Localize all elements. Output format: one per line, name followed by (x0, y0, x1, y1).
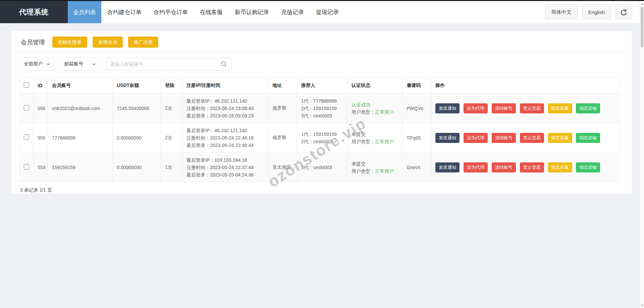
init-search-button[interactable]: 初始化搜索 (52, 37, 87, 48)
ban-trade-button[interactable]: 禁止交易 (520, 133, 544, 143)
freeze-account-button[interactable]: 冻结账号 (492, 162, 516, 172)
search-field-select-value: 邮箱账号 (64, 61, 83, 67)
cell-address: 俄罗斯 (268, 123, 297, 153)
set-agent-button[interactable]: 设为代理 (464, 133, 488, 143)
force-lose-button[interactable]: 指定必输 (576, 162, 600, 172)
force-win-button[interactable]: 指定必赢 (548, 103, 572, 113)
tab-withdraw-records[interactable]: 提现记录 (310, 1, 345, 23)
set-agent-button[interactable]: 设为代理 (464, 162, 488, 172)
card-header: 会员管理 初始化搜索 新增会员 推广连接 (11, 31, 632, 52)
tab-member-list[interactable]: 会员列表 (68, 1, 101, 23)
member-management-card: 会员管理 初始化搜索 新增会员 推广连接 全部用户 邮箱账号 (11, 31, 632, 194)
auth-status-value: 认证成功 (352, 101, 398, 108)
ban-trade-button[interactable]: 禁止交易 (520, 103, 544, 113)
cell-auth-status: 未提交 用户类型：正常用户 (347, 153, 402, 182)
search-input[interactable] (106, 58, 231, 70)
select-all-checkbox[interactable] (24, 82, 29, 88)
force-lose-button[interactable]: 指定必输 (576, 103, 600, 113)
col-account: 会员账号 (48, 78, 113, 94)
search-field-select[interactable]: 邮箱账号 (60, 58, 100, 70)
filter-bar: 全部用户 邮箱账号 (11, 52, 632, 70)
table-row: 555 777888999 0.00000000 2次 最后登录IP：46.23… (20, 123, 620, 153)
force-win-button[interactable]: 指定必赢 (548, 133, 572, 143)
tab-new-coin-records[interactable]: 新币认购记录 (229, 1, 275, 23)
col-invite: 邀请码 (402, 78, 431, 94)
members-table: ID 会员账号 USDT余额 登陆 注册IP/注册时间 地址 推荐人 认证状态 … (19, 77, 620, 182)
scrollbar-down-arrow[interactable]: ▼ (640, 303, 644, 308)
col-balance: USDT余额 (113, 78, 161, 94)
col-logins: 登陆 (161, 78, 182, 94)
cell-reg-info: 最后登录IP：46.232.121.140 注册时间：2023-05-24 22… (182, 123, 268, 153)
ban-trade-button[interactable]: 禁止交易 (520, 162, 544, 172)
row-checkbox[interactable] (24, 164, 29, 169)
cell-actions: 发送通知 设为代理 冻结账号 禁止交易 指定必赢 指定必输 (431, 94, 620, 123)
cell-referrers: 1代：777888999 2代：159159159 3代：ceshi003 (297, 94, 347, 123)
send-notice-button[interactable]: 发送通知 (435, 162, 460, 172)
cell-auth-status: 认证成功 用户类型：正常用户 (347, 94, 402, 123)
vertical-scrollbar[interactable]: ▲ ▼ (640, 1, 644, 308)
nav-tabs: 会员列表 合约建仓订单 合约平仓订单 在线客服 新币认购记录 充值记录 提现记录 (68, 1, 345, 23)
row-checkbox[interactable] (24, 105, 29, 110)
scrollbar-thumb[interactable] (641, 7, 644, 47)
table-header-row: ID 会员账号 USDT余额 登陆 注册IP/注册时间 地址 推荐人 认证状态 … (20, 78, 620, 94)
cell-logins: 2次 (161, 94, 182, 123)
auth-status-value: 未提交 (352, 160, 398, 167)
cell-invite-code: TPqdS (402, 123, 431, 153)
logout-button[interactable] (615, 5, 632, 19)
cell-address: 亚太地区 (268, 153, 297, 182)
search-box (106, 58, 231, 70)
lang-en-button[interactable]: English (582, 5, 611, 19)
chevron-down-icon (46, 63, 50, 65)
cell-invite-code: GrwvX (402, 153, 431, 182)
col-referrer: 推荐人 (297, 78, 347, 94)
freeze-account-button[interactable]: 冻结账号 (492, 103, 516, 113)
force-win-button[interactable]: 指定必赢 (548, 162, 572, 172)
cell-account: 159159159 (48, 153, 113, 182)
lang-zh-button[interactable]: 简体中文 (545, 5, 578, 19)
col-reg: 注册IP/注册时间 (182, 78, 268, 94)
user-type-select-value: 全部用户 (24, 61, 43, 67)
table-row: 556 xnb2022@outlook.com 7245.55400000 2次… (20, 94, 620, 123)
scrollbar-up-arrow[interactable]: ▲ (640, 1, 644, 6)
cell-balance: 7245.55400000 (113, 94, 161, 123)
auth-status-value: 未提交 (352, 131, 398, 138)
cell-actions: 发送通知 设为代理 冻结账号 禁止交易 指定必赢 指定必输 (431, 153, 620, 182)
promo-link-button[interactable]: 推广连接 (128, 37, 158, 48)
freeze-account-button[interactable]: 冻结账号 (492, 133, 516, 143)
col-auth: 认证状态 (347, 78, 402, 94)
send-notice-button[interactable]: 发送通知 (435, 103, 460, 113)
cell-auth-status: 未提交 用户类型：正常用户 (347, 123, 402, 153)
cell-id: 556 (34, 94, 48, 123)
cell-balance: 0.00000000 (113, 153, 161, 182)
cell-referrers: 1代：159159159 2代：ceshi003 (297, 123, 347, 153)
tab-contract-open-orders[interactable]: 合约建仓订单 (101, 1, 148, 23)
top-navbar: 代理系统 会员列表 合约建仓订单 合约平仓订单 在线客服 新币认购记录 充值记录… (0, 1, 644, 23)
col-address: 地址 (268, 78, 297, 94)
cell-referrers: 1代：ceshi003 (297, 153, 347, 182)
cell-balance: 0.00000000 (113, 123, 161, 153)
app-logo: 代理系统 (0, 1, 68, 23)
cell-account: 777888999 (48, 123, 113, 153)
row-checkbox[interactable] (24, 135, 29, 140)
set-agent-button[interactable]: 设为代理 (464, 103, 488, 113)
cell-account: xnb2022@outlook.com (48, 94, 113, 123)
user-type-select[interactable]: 全部用户 (19, 58, 54, 70)
cell-logins: 1次 (161, 153, 182, 182)
force-lose-button[interactable]: 指定必输 (576, 133, 600, 143)
record-count: 3 条记录 1/1 页 (11, 182, 632, 193)
logout-icon (621, 9, 627, 15)
cell-reg-info: 最后登录IP：103.103.244.18 注册时间：2023-05-24 22… (182, 153, 268, 182)
tab-online-service[interactable]: 在线客服 (194, 1, 229, 23)
add-member-button[interactable]: 新增会员 (93, 37, 123, 48)
cell-id: 554 (34, 153, 48, 182)
col-id: ID (34, 78, 48, 94)
cell-invite-code: PWQVo (402, 94, 431, 123)
send-notice-button[interactable]: 发送通知 (435, 133, 460, 143)
tab-contract-close-orders[interactable]: 合约平仓订单 (148, 1, 194, 23)
cell-id: 555 (34, 123, 48, 153)
cell-logins: 2次 (161, 123, 182, 153)
table-row: 554 159159159 0.00000000 1次 最后登录IP：103.1… (20, 153, 620, 182)
search-icon[interactable] (221, 61, 227, 67)
nav-right-area: 简体中文 English (545, 1, 644, 23)
tab-deposit-records[interactable]: 充值记录 (275, 1, 310, 23)
